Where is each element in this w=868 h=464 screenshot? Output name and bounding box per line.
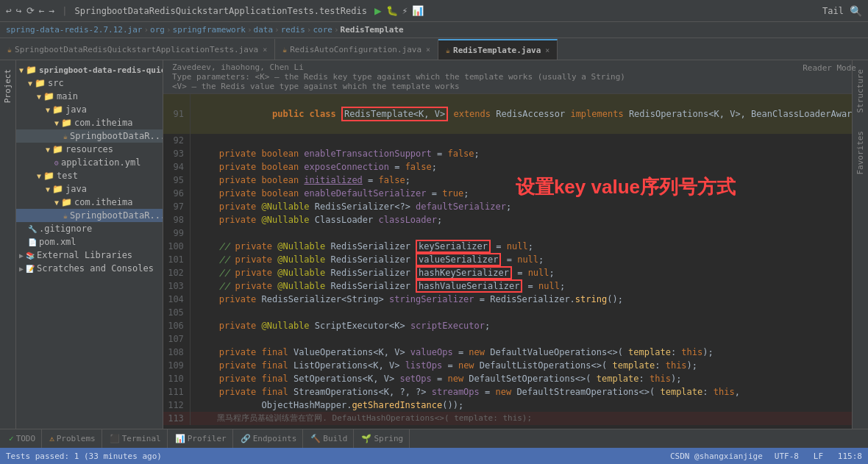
code-authors: Zavedeev, ihaohong, Chen Li [172, 63, 859, 72]
profiler-label: Profiler [188, 434, 227, 443]
breadcrumb-part-6[interactable]: RedisTemplate [341, 25, 404, 35]
reader-mode-label[interactable]: Reader Mode [803, 63, 856, 73]
problems-label: Problems [57, 434, 96, 443]
breadcrumb-sep-5: › [334, 25, 339, 35]
bottom-tab-todo[interactable]: ✓ TODO [3, 429, 42, 449]
line-num-108: 108 [163, 346, 190, 359]
tree-item-java1[interactable]: ▼ 📁 java [16, 103, 163, 116]
bottom-tab-build[interactable]: 🔨 Build [305, 429, 354, 449]
terminal-label: Terminal [122, 434, 161, 443]
bottom-tabs-bar: ✓ TODO ⚠ Problems ⬛ Terminal 📊 Profiler … [0, 429, 868, 448]
tree-item-com2[interactable]: ▼ 📁 com.itheima [16, 196, 163, 209]
line-num-110: 110 [163, 372, 190, 385]
status-bar: Tests passed: 1 (33 minutes ago) CSDN @s… [0, 448, 868, 464]
structure-tab[interactable]: Structure [854, 66, 867, 116]
tree-item-yaml[interactable]: ⚙ application.yml [16, 156, 163, 169]
bottom-tab-endpoints[interactable]: 🔗 Endpoints [235, 429, 304, 449]
code-line-113: 113 黑马程序员基础训练营在官网. DefaultHashOperations… [163, 412, 868, 425]
tree-java1-label: java [65, 104, 87, 115]
tab-bar: ☕ SpringbootDataRedisQuickstartApplicati… [0, 38, 868, 60]
line-content-94: private boolean exposeConnection = false… [190, 160, 868, 174]
favorites-tab[interactable]: Favorites [854, 128, 867, 178]
tab-2[interactable]: ☕ RedisTemplate.java × [438, 39, 558, 60]
toolbar-icon-back[interactable]: ← [39, 5, 45, 16]
tree-main-label: main [57, 91, 78, 101]
run-button[interactable]: ▶ [374, 4, 382, 18]
tab-2-close[interactable]: × [545, 46, 549, 54]
line-num-96: 96 [163, 187, 190, 200]
code-line-103: 103 // private @Nullable RedisSerializer… [163, 279, 868, 293]
breadcrumb-part-1[interactable]: org [150, 25, 165, 35]
profile-button[interactable]: 📊 [412, 5, 424, 16]
code-line-104: 104 private RedisSerializer<String> stri… [163, 293, 868, 306]
code-line-96: 96 private boolean enableDefaultSerializ… [163, 187, 868, 200]
tree-item-com1[interactable]: ▼ 📁 com.itheima [16, 116, 163, 129]
code-area[interactable]: 91 public class RedisTemplate<K, V> exte… [163, 94, 868, 429]
tree-item-scratches[interactable]: ▶ 📝 Scratches and Consoles [16, 262, 163, 275]
tree-item-src[interactable]: ▼ 📁 src [16, 76, 163, 90]
tab-1[interactable]: ☕ RedisAutoConfiguration.java × [275, 39, 438, 60]
search-button[interactable]: 🔍 [850, 5, 862, 17]
terminal-icon: ⬛ [110, 434, 120, 443]
tree-item-springboot1[interactable]: ☕ SpringbootDataR... [16, 129, 163, 143]
breadcrumb-part-0[interactable]: spring-data-redis-2.7.12.jar [6, 25, 142, 35]
toolbar-icon-redo[interactable]: ↪ [16, 5, 22, 16]
line-num-99: 99 [163, 226, 190, 240]
bottom-tab-terminal[interactable]: ⬛ Terminal [104, 429, 168, 449]
tab-1-label: RedisAutoConfiguration.java [290, 45, 421, 54]
line-num-98: 98 [163, 213, 190, 226]
bottom-tab-problems[interactable]: ⚠ Problems [43, 429, 102, 449]
code-line-94: 94 private boolean exposeConnection = fa… [163, 160, 868, 174]
tree-item-ext[interactable]: ▶ 📚 External Libraries [16, 249, 163, 262]
tree-com2-icon: 📁 [61, 197, 72, 207]
tree-item-resources[interactable]: ▼ 📁 resources [16, 143, 163, 156]
breadcrumb-part-3[interactable]: data [254, 25, 274, 35]
tab-0-close[interactable]: × [263, 46, 267, 54]
toolbar-icon-undo[interactable]: ↩ [6, 5, 12, 16]
breadcrumb-sep-2: › [247, 25, 252, 35]
line-num-91: 91 [163, 94, 190, 134]
status-csdn: CSDN @shangxianjige [670, 451, 763, 461]
tree-scratches-label: Scratches and Consoles [37, 263, 154, 274]
tab-1-close[interactable]: × [426, 46, 430, 54]
tree-item-pom[interactable]: 📄 pom.xml [16, 235, 163, 249]
left-side-tabs: Project [0, 60, 16, 429]
top-toolbar: ↩ ↪ ⟳ ← → | SpringbootDataRedisQuickstar… [0, 0, 868, 22]
breadcrumb-sep-3: › [274, 25, 280, 35]
code-line-99: 99 [163, 226, 868, 240]
debug-button[interactable]: 🐛 [386, 5, 398, 16]
code-line-91: 91 public class RedisTemplate<K, V> exte… [163, 94, 868, 134]
toolbar-icon-refresh[interactable]: ⟳ [26, 5, 35, 16]
code-line-98: 98 private @Nullable ClassLoader classLo… [163, 213, 868, 226]
bottom-tab-spring[interactable]: 🌱 Spring [355, 429, 410, 449]
tab-1-icon: ☕ [282, 46, 287, 54]
tree-java1-icon: 📁 [52, 104, 63, 115]
toolbar-icon-forward[interactable]: → [49, 5, 54, 16]
tree-root-icon: 📁 [26, 65, 37, 75]
breadcrumb-part-2[interactable]: springframework [173, 25, 246, 35]
problems-icon: ⚠ [49, 434, 54, 443]
tree-test-icon: 📁 [43, 171, 54, 181]
bottom-tab-profiler[interactable]: 📊 Profiler [169, 429, 233, 449]
line-content-105 [190, 306, 868, 319]
build-label: Build [323, 434, 347, 443]
line-content-103: // private @Nullable RedisSerializer has… [190, 279, 868, 293]
tree-gitignore-label: .gitignore [39, 224, 92, 234]
tree-item-java2[interactable]: ▼ 📁 java [16, 182, 163, 196]
tab-0[interactable]: ☕ SpringbootDataRedisQuickstartApplicati… [0, 39, 275, 60]
breadcrumb-part-5[interactable]: core [313, 25, 332, 35]
coverage-button[interactable]: ⚡ [402, 5, 408, 16]
line-num-92: 92 [163, 134, 190, 147]
breadcrumb-part-4[interactable]: redis [281, 25, 305, 35]
tree-item-gitignore[interactable]: 🔧 .gitignore [16, 222, 163, 235]
tree-item-springboot2[interactable]: ☕ SpringbootDataR... [16, 209, 163, 222]
code-line-93: 93 private boolean enableTransactionSupp… [163, 147, 868, 160]
tree-item-test[interactable]: ▼ 📁 test [16, 169, 163, 182]
line-content-106: private @Nullable ScriptExecutor<K> scri… [190, 319, 868, 332]
tree-main-icon: 📁 [43, 91, 54, 101]
line-num-94: 94 [163, 160, 190, 174]
tree-item-root[interactable]: ▼ 📁 springboot-data-redis-quickstart [16, 63, 163, 76]
project-tab[interactable]: Project [1, 66, 14, 106]
right-side-tabs: Structure Favorites [852, 60, 868, 429]
tree-item-main[interactable]: ▼ 📁 main [16, 90, 163, 103]
